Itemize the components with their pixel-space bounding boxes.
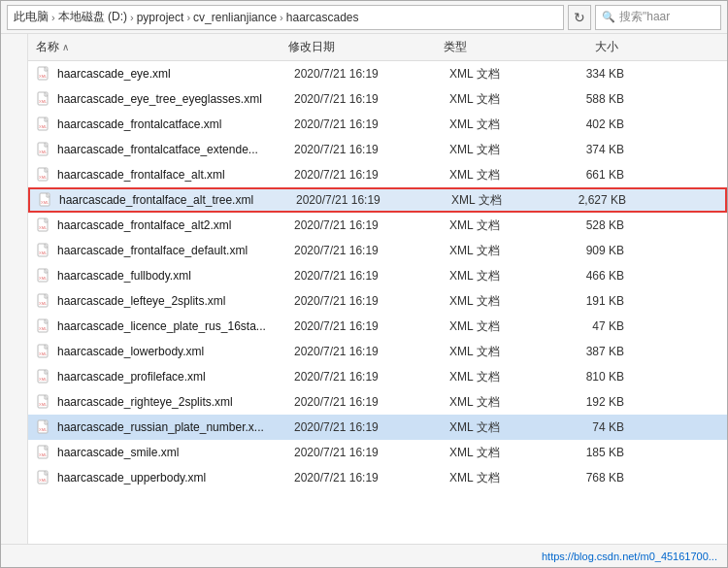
cell-filename: haarcascade_frontalcatface_extende... [57, 143, 294, 156]
cell-date: 2020/7/21 16:19 [294, 370, 449, 384]
svg-text:XML: XML [39, 427, 48, 432]
status-url: https://blog.csdn.net/m0_45161700... [542, 551, 717, 562]
file-icon: XML [36, 117, 51, 132]
cell-type: XML 文档 [449, 268, 546, 284]
cell-size: 810 KB [546, 370, 624, 384]
search-box[interactable]: 🔍 搜索"haar [595, 5, 721, 30]
svg-text:XML: XML [39, 225, 48, 230]
cell-type: XML 文档 [449, 344, 546, 360]
breadcrumb-item-2[interactable]: pyproject [137, 11, 184, 24]
file-icon: XML [36, 470, 51, 485]
cell-size: 909 KB [546, 244, 624, 257]
table-row[interactable]: XML haarcascade_eye_tree_eyeglasses.xml2… [28, 86, 727, 112]
search-text: 搜索"haar [619, 9, 670, 25]
table-row[interactable]: XML haarcascade_lowerbody.xml2020/7/21 1… [28, 339, 727, 364]
file-icon: XML [36, 318, 51, 334]
table-row[interactable]: XML haarcascade_frontalcatface.xml2020/7… [28, 112, 727, 137]
cell-type: XML 文档 [449, 91, 546, 108]
col-header-date[interactable]: 修改日期 [288, 39, 444, 55]
table-row[interactable]: XML haarcascade_lefteye_2splits.xml2020/… [28, 288, 727, 314]
table-row[interactable]: XML haarcascade_upperbody.xml2020/7/21 1… [28, 465, 727, 490]
cell-size: 74 KB [546, 420, 624, 434]
cell-size: 402 KB [546, 117, 624, 131]
col-header-name[interactable]: 名称 ∧ [36, 39, 288, 55]
svg-text:XML: XML [39, 326, 48, 331]
file-icon: XML [36, 445, 51, 460]
cell-size: 47 KB [546, 319, 624, 333]
cell-filename: haarcascade_upperbody.xml [57, 471, 294, 484]
svg-text:XML: XML [39, 301, 48, 306]
cell-type: XML 文档 [449, 419, 546, 436]
cell-filename: haarcascade_eye_tree_eyeglasses.xml [57, 92, 294, 106]
table-row[interactable]: XML haarcascade_fullbody.xml2020/7/21 16… [28, 263, 727, 288]
cell-size: 661 KB [546, 168, 624, 182]
cell-filename: haarcascade_frontalface_alt_tree.xml [59, 193, 296, 207]
breadcrumb-item-4[interactable]: haarcascades [286, 11, 359, 24]
breadcrumb-item-0[interactable]: 此电脑 [14, 9, 49, 25]
cell-date: 2020/7/21 16:19 [294, 218, 449, 232]
table-row[interactable]: XML haarcascade_eye.xml2020/7/21 16:19XM… [28, 61, 727, 86]
file-icon: XML [36, 167, 51, 183]
svg-text:XML: XML [39, 276, 48, 281]
cell-date: 2020/7/21 16:19 [294, 471, 449, 484]
cell-type: XML 文档 [449, 369, 546, 385]
refresh-button[interactable]: ↻ [568, 5, 591, 30]
breadcrumb[interactable]: 此电脑 › 本地磁盘 (D:) › pyproject › cv_renlian… [7, 5, 564, 30]
svg-text:XML: XML [39, 175, 48, 180]
cell-type: XML 文档 [449, 445, 546, 461]
svg-text:XML: XML [39, 478, 48, 483]
table-row[interactable]: XML haarcascade_smile.xml2020/7/21 16:19… [28, 440, 727, 465]
table-row[interactable]: XML haarcascade_licence_plate_rus_16sta.… [28, 314, 727, 339]
file-icon: XML [36, 394, 51, 410]
status-bar: https://blog.csdn.net/m0_45161700... [1, 544, 727, 567]
table-row[interactable]: XML haarcascade_russian_plate_number.x..… [28, 415, 727, 440]
svg-text:XML: XML [39, 251, 48, 255]
cell-size: 387 KB [546, 345, 624, 358]
table-row[interactable]: XML haarcascade_righteye_2splits.xml2020… [28, 389, 727, 415]
table-row[interactable]: XML haarcascade_frontalface_alt.xml2020/… [28, 162, 727, 187]
main-content: 名称 ∧ 修改日期 类型 大小 XML haarcascade_eye.xml2… [1, 34, 727, 544]
cell-date: 2020/7/21 16:19 [296, 193, 451, 207]
file-list[interactable]: XML haarcascade_eye.xml2020/7/21 16:19XM… [28, 61, 727, 544]
file-icon: XML [36, 142, 51, 157]
cell-size: 185 KB [546, 446, 624, 459]
table-row[interactable]: XML haarcascade_profileface.xml2020/7/21… [28, 364, 727, 389]
file-icon: XML [36, 66, 51, 82]
file-icon: XML [36, 419, 51, 435]
cell-type: XML 文档 [449, 470, 546, 486]
svg-text:XML: XML [39, 351, 48, 356]
cell-filename: haarcascade_frontalface_alt2.xml [57, 218, 294, 232]
cell-size: 768 KB [546, 471, 624, 484]
table-row[interactable]: XML haarcascade_frontalface_default.xml2… [28, 238, 727, 263]
cell-size: 192 KB [546, 395, 624, 409]
file-icon: XML [36, 293, 51, 309]
table-row[interactable]: XML haarcascade_frontalcatface_extende..… [28, 137, 727, 162]
cell-type: XML 文档 [449, 167, 546, 184]
table-row[interactable]: XML haarcascade_frontalface_alt2.xml2020… [28, 213, 727, 238]
cell-date: 2020/7/21 16:19 [294, 345, 449, 358]
col-header-type[interactable]: 类型 [444, 39, 541, 55]
cell-type: XML 文档 [449, 217, 546, 234]
cell-filename: haarcascade_lowerbody.xml [57, 345, 294, 358]
breadcrumb-item-3[interactable]: cv_renlianjiance [193, 11, 277, 24]
cell-filename: haarcascade_frontalface_alt.xml [57, 168, 294, 182]
cell-filename: haarcascade_licence_plate_rus_16sta... [57, 319, 294, 333]
cell-filename: haarcascade_russian_plate_number.x... [57, 420, 294, 434]
address-bar: 此电脑 › 本地磁盘 (D:) › pyproject › cv_renlian… [1, 1, 727, 34]
breadcrumb-item-1[interactable]: 本地磁盘 (D:) [58, 9, 127, 25]
cell-date: 2020/7/21 16:19 [294, 269, 449, 283]
cell-size: 334 KB [546, 67, 624, 81]
svg-text:XML: XML [39, 74, 48, 79]
file-icon: XML [36, 217, 51, 233]
cell-type: XML 文档 [449, 142, 546, 158]
file-icon: XML [38, 192, 53, 208]
col-header-size[interactable]: 大小 [541, 39, 618, 55]
column-headers: 名称 ∧ 修改日期 类型 大小 [28, 34, 727, 61]
cell-date: 2020/7/21 16:19 [294, 319, 449, 333]
cell-filename: haarcascade_lefteye_2splits.xml [57, 294, 294, 308]
cell-date: 2020/7/21 16:19 [294, 294, 449, 308]
cell-size: 528 KB [546, 218, 624, 232]
table-row[interactable]: XML haarcascade_frontalface_alt_tree.xml… [28, 187, 727, 213]
cell-type: XML 文档 [449, 318, 546, 335]
cell-filename: haarcascade_profileface.xml [57, 370, 294, 384]
